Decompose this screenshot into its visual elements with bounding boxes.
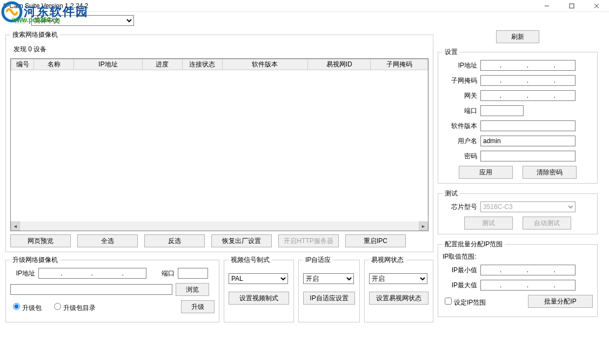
test-fieldset: 测试 芯片型号 3516C-C3 测试 自动测试: [438, 189, 598, 234]
window-title: IPCam Suite Version 1.2.24.2: [3, 2, 88, 10]
scroll-left-icon[interactable]: ◄: [11, 221, 20, 231]
ip-max-input[interactable]: ...: [480, 280, 575, 291]
col-yiid[interactable]: 易视网ID: [308, 59, 371, 70]
settings-gw-input[interactable]: ...: [480, 90, 575, 101]
factory-reset-button[interactable]: 恢复出厂设置: [211, 234, 272, 247]
upgrade-port-label: 端口: [155, 269, 175, 278]
col-id[interactable]: 编号: [11, 59, 34, 70]
upgrade-file-input[interactable]: [10, 284, 172, 295]
clear-pwd-button[interactable]: 清除密码: [523, 166, 577, 179]
settings-port-input[interactable]: [480, 105, 524, 116]
language-label: 语言: [13, 16, 26, 25]
col-sw[interactable]: 软件版本: [222, 59, 307, 70]
refresh-button[interactable]: 刷新: [496, 30, 539, 43]
batch-fieldset: 配置批量分配IP范围 IP取值范围: IP最小值... IP最大值... 设定I…: [438, 240, 598, 317]
invert-select-button[interactable]: 反选: [144, 234, 205, 247]
test-button[interactable]: 测试: [464, 217, 513, 230]
settings-user-input[interactable]: [480, 136, 575, 146]
range-label: IP取值范围:: [443, 252, 593, 261]
reboot-ipc-button[interactable]: 重启IPC: [345, 234, 406, 247]
h-scrollbar[interactable]: ◄ ►: [11, 221, 428, 231]
apply-button[interactable]: 应用: [459, 166, 513, 179]
col-mask[interactable]: 子网掩码: [371, 59, 428, 70]
auto-test-button[interactable]: 自动测试: [523, 217, 571, 230]
scroll-right-icon[interactable]: ►: [419, 221, 428, 231]
radio-package[interactable]: 升级包: [10, 301, 42, 313]
yistatus-select[interactable]: 开启: [369, 273, 427, 284]
select-all-button[interactable]: 全选: [77, 234, 138, 247]
search-legend: 搜索网络摄像机: [10, 30, 60, 39]
video-fieldset: 视频信号制式 PAL 设置视频制式: [224, 255, 294, 322]
settings-mask-input[interactable]: ...: [480, 75, 575, 86]
yistatus-fieldset: 易视网状态 开启 设置易视网状态: [364, 255, 433, 322]
ipauto-fieldset: IP自适应 开启 IP自适应设置: [298, 255, 360, 322]
upgrade-ip-label: IP地址: [10, 269, 35, 278]
device-table[interactable]: 编号 名称 IP地址 进度 连接状态 软件版本 易视网ID 子网掩码 ◄: [10, 58, 429, 231]
minimize-button[interactable]: [534, 0, 559, 12]
http-server-button[interactable]: 开启HTTP服务器: [278, 234, 339, 247]
col-conn[interactable]: 连接状态: [182, 59, 222, 70]
titlebar: IPCam Suite Version 1.2.24.2: [0, 0, 609, 12]
chip-select[interactable]: 3516C-C3: [480, 201, 575, 212]
batch-assign-button[interactable]: 批量分配IP: [528, 295, 593, 308]
upgrade-ip-input[interactable]: ...: [38, 268, 146, 279]
settings-pwd-input[interactable]: [480, 151, 575, 161]
maximize-button[interactable]: [559, 0, 584, 12]
settings-sw-input[interactable]: [480, 120, 575, 131]
language-select[interactable]: 简体中文: [31, 15, 134, 26]
upgrade-port-input[interactable]: [178, 268, 208, 279]
svg-rect-1: [570, 4, 574, 8]
upgrade-fieldset: 升级网络摄像机 IP地址 ... 端口 浏览 升级包 升级包: [5, 255, 219, 322]
yistatus-button[interactable]: 设置易视网状态: [369, 292, 429, 305]
ipauto-button[interactable]: IP自适应设置: [303, 292, 355, 305]
ip-min-input[interactable]: ...: [480, 265, 575, 275]
settings-ip-input[interactable]: ...: [480, 60, 575, 71]
browse-button[interactable]: 浏览: [176, 283, 209, 296]
col-ip[interactable]: IP地址: [74, 59, 143, 70]
video-standard-select[interactable]: PAL: [229, 273, 288, 284]
upgrade-button[interactable]: 升级: [181, 300, 215, 313]
ipauto-select[interactable]: 开启: [303, 273, 354, 284]
radio-dir[interactable]: 升级包目录: [51, 301, 96, 313]
settings-fieldset: 设置 IP地址... 子网掩码... 网关... 端口 软件版本 用户名 密码 …: [438, 48, 598, 184]
col-progress[interactable]: 进度: [142, 59, 182, 70]
close-button[interactable]: [584, 0, 609, 12]
device-count: 发现 0 设备: [14, 45, 429, 54]
set-video-button[interactable]: 设置视频制式: [229, 292, 289, 305]
set-range-checkbox[interactable]: 设定IP范围: [443, 296, 486, 307]
web-preview-button[interactable]: 网页预览: [10, 234, 71, 247]
search-fieldset: 搜索网络摄像机 发现 0 设备 编号 名称 IP地址 进度 连接状态 软件版本 …: [5, 30, 433, 252]
col-name[interactable]: 名称: [34, 59, 74, 70]
